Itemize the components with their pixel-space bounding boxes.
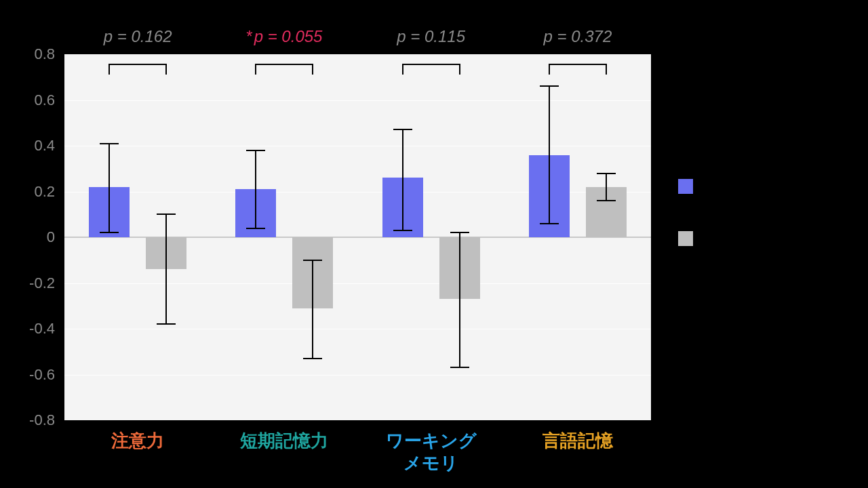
bracket-top bbox=[255, 64, 313, 65]
error-cap bbox=[450, 367, 469, 368]
error-cap bbox=[450, 232, 469, 233]
category-label: 短期記憶力 bbox=[240, 430, 328, 452]
legend-swatch-grey bbox=[678, 231, 693, 246]
y-tick-label: -0.6 bbox=[29, 366, 64, 384]
error-cap bbox=[100, 232, 119, 233]
error-cap bbox=[540, 85, 559, 87]
legend-label: α波を高められなかった人 bbox=[703, 218, 868, 259]
error-cap bbox=[157, 214, 176, 215]
gridline bbox=[64, 329, 651, 329]
legend-label: α波を高められた人 bbox=[703, 176, 834, 197]
p-value-label: p = 0.372 bbox=[543, 27, 612, 46]
error-cap bbox=[393, 129, 412, 130]
y-tick-label: -0.4 bbox=[29, 320, 64, 338]
error-bar bbox=[108, 144, 110, 233]
y-tick-label: -0.8 bbox=[29, 411, 64, 429]
category-label: 注意力 bbox=[111, 430, 164, 452]
bracket-side bbox=[165, 64, 167, 75]
error-cap bbox=[597, 173, 616, 174]
y-tick-label: -0.2 bbox=[29, 274, 64, 292]
y-tick-label: 0.6 bbox=[34, 92, 64, 109]
error-bar bbox=[165, 214, 167, 324]
gridline bbox=[64, 100, 651, 101]
legend: α波を高められた人 α波を高められなかった人 bbox=[678, 176, 868, 281]
bracket-side bbox=[549, 64, 550, 75]
p-value-label: p = 0.162 bbox=[104, 27, 172, 46]
legend-swatch-blue bbox=[678, 179, 693, 194]
error-cap bbox=[393, 230, 412, 231]
error-cap bbox=[540, 223, 559, 224]
p-value-label: *p = 0.055 bbox=[246, 27, 322, 46]
error-bar bbox=[402, 129, 403, 230]
error-bar bbox=[459, 232, 460, 367]
bracket-side bbox=[255, 64, 256, 75]
y-tick-label: 0.2 bbox=[34, 183, 64, 201]
y-tick-label: 0.8 bbox=[34, 45, 64, 63]
y-tick-label: 0.4 bbox=[34, 137, 64, 155]
error-bar bbox=[606, 174, 607, 201]
error-cap bbox=[597, 200, 616, 201]
bracket-side bbox=[108, 64, 110, 75]
bracket-side bbox=[312, 64, 313, 75]
error-bar bbox=[312, 260, 313, 359]
error-cap bbox=[100, 143, 119, 144]
bracket-top bbox=[108, 64, 167, 65]
category-label: 言語記憶 bbox=[542, 430, 613, 452]
gridline bbox=[64, 146, 651, 146]
p-value-label: p = 0.115 bbox=[397, 27, 465, 46]
error-cap bbox=[303, 260, 322, 261]
legend-item: α波を高められた人 bbox=[678, 176, 868, 197]
error-cap bbox=[246, 150, 265, 151]
gridline bbox=[64, 283, 651, 284]
category-label: ワーキング メモリ bbox=[386, 430, 477, 474]
bracket-side bbox=[459, 64, 460, 75]
bracket-side bbox=[402, 64, 403, 75]
error-bar bbox=[549, 86, 550, 224]
y-tick-label: 0 bbox=[47, 228, 64, 246]
error-cap bbox=[303, 358, 322, 359]
error-cap bbox=[246, 228, 265, 229]
error-bar bbox=[255, 150, 256, 228]
bracket-top bbox=[549, 64, 607, 65]
bracket-top bbox=[402, 64, 460, 65]
chart-stage: -0.8-0.6-0.4-0.200.20.40.60.8 α波を高められた人 … bbox=[0, 0, 868, 488]
plot-area: -0.8-0.6-0.4-0.200.20.40.60.8 bbox=[64, 54, 651, 420]
error-cap bbox=[157, 323, 176, 325]
legend-item: α波を高められなかった人 bbox=[678, 218, 868, 259]
gridline bbox=[64, 375, 651, 375]
bracket-side bbox=[606, 64, 607, 75]
